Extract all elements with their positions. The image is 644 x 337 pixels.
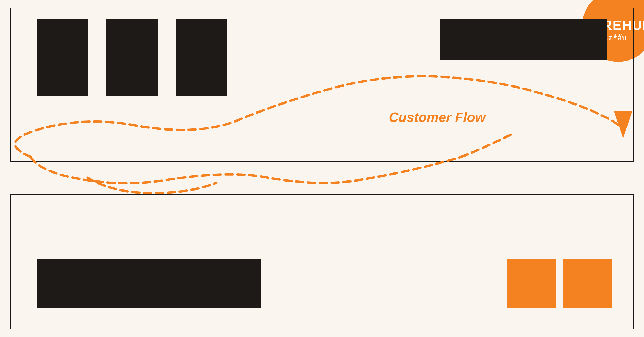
top-section xyxy=(10,8,634,162)
orange-block-2 xyxy=(563,259,612,308)
bottom-section xyxy=(10,194,634,329)
dark-block-wide-bottom xyxy=(37,259,261,308)
customer-flow-label: Customer Flow xyxy=(389,109,486,125)
dark-block-2 xyxy=(106,19,158,96)
dark-block-1 xyxy=(37,19,88,96)
dark-block-3 xyxy=(176,19,227,96)
main-container: Customer Flow xyxy=(10,8,634,329)
dark-block-wide-top xyxy=(440,19,607,60)
orange-block-1 xyxy=(507,259,556,308)
